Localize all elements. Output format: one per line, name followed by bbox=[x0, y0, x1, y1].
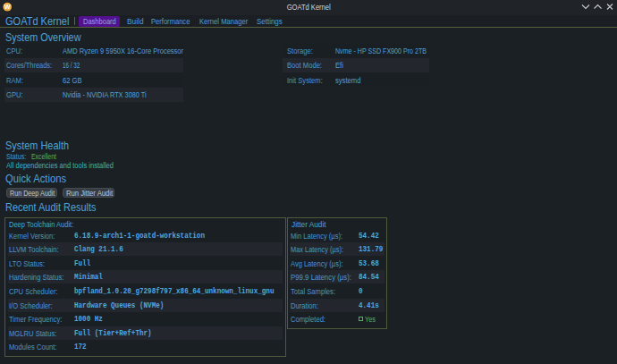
svg-text:W: W bbox=[4, 3, 11, 11]
